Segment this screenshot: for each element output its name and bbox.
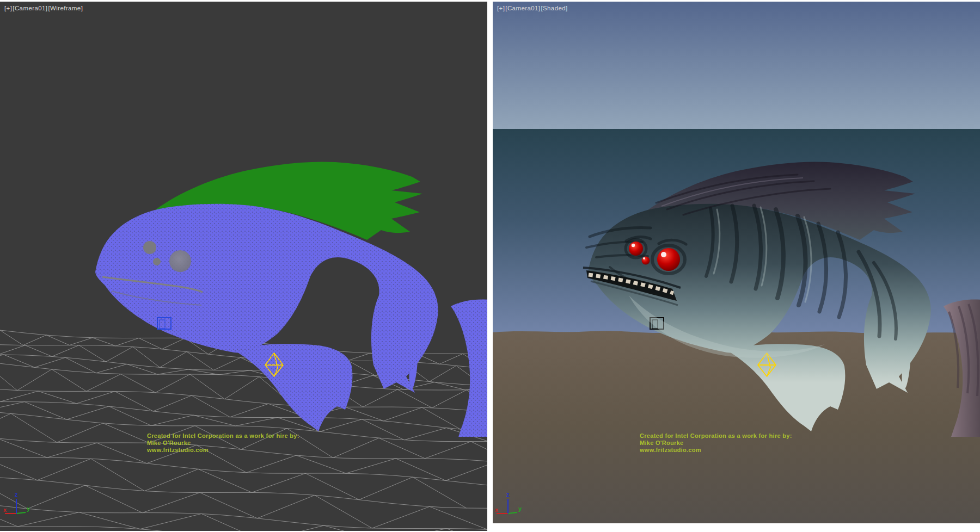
viewport-general-menu[interactable]: [+] (497, 5, 505, 11)
fish-eye (169, 250, 191, 272)
workspace: Created for Intel Corporation as a work … (0, 0, 980, 532)
watermark-line3: www.fritzstudio.com (639, 447, 701, 453)
viewport-pov-menu[interactable]: [Camera01] (505, 5, 540, 11)
axis-x-label: x (3, 506, 7, 513)
eye-highlight (643, 257, 645, 259)
axis-z-label: z (506, 491, 510, 498)
axis-y-label: y (518, 505, 522, 512)
watermark: Created for Intel Corporation as a work … (146, 432, 299, 453)
wireframe-scene: Created for Intel Corporation as a work … (0, 2, 487, 531)
watermark-line1: Created for Intel Corporation as a work … (640, 432, 792, 439)
sky-gradient (493, 2, 980, 129)
viewport-shaded[interactable]: Created for Intel Corporation as a work … (493, 2, 980, 523)
viewport-wireframe[interactable]: Created for Intel Corporation as a work … (0, 2, 487, 531)
fish-eye-red-small (629, 242, 643, 256)
head-spot (143, 241, 156, 254)
viewport-general-menu[interactable]: [+] (4, 5, 12, 11)
fish-eye-red-tiny (642, 257, 650, 265)
axis-z-label: z (15, 491, 18, 498)
watermark-line1: Created for Intel Corporation as a work … (147, 432, 299, 439)
viewport-label: [+][Camera01][Shaded] (497, 5, 568, 11)
shaded-scene: Created for Intel Corporation as a work … (493, 2, 980, 523)
axis-y-label: y (27, 505, 30, 512)
eye-highlight (661, 252, 666, 257)
eye-highlight (632, 244, 635, 247)
watermark-line2: Mike O'Rourke (147, 440, 191, 446)
watermark-line2: Mike O'Rourke (640, 440, 683, 446)
axis-gizmo: x y z (3, 491, 30, 514)
watermark-line3: www.fritzstudio.com (146, 447, 209, 453)
viewport-shading-menu[interactable]: [Wireframe] (48, 5, 83, 11)
viewport-label: [+][Camera01][Wireframe] (4, 5, 83, 11)
wireframe-stipple-texture (95, 204, 487, 437)
fish-eye-red-large (657, 248, 680, 271)
viewport-pov-menu[interactable]: [Camera01] (13, 5, 47, 11)
viewport-shading-menu[interactable]: [Shaded] (541, 5, 567, 11)
head-spot-small (153, 258, 161, 265)
axis-x-label: x (495, 506, 499, 513)
